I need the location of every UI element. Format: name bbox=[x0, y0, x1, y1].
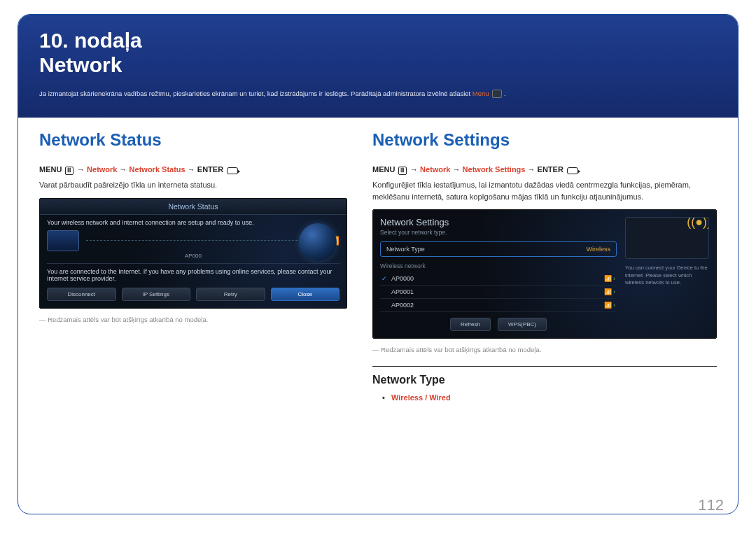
retry-button[interactable]: Retry bbox=[196, 288, 265, 301]
chapter-banner: 10. nodaļa Network Ja izmantojat skārien… bbox=[18, 15, 738, 118]
menu-icon bbox=[492, 90, 502, 98]
ns-title: Network Settings bbox=[380, 217, 617, 227]
chapter-number: 10. nodaļa bbox=[39, 29, 142, 52]
ns-button-row: Refresh WPS(PBC) bbox=[380, 318, 617, 331]
screenshot-line1: Your wireless network and Internet conne… bbox=[47, 219, 340, 226]
option-wireless: Wireless bbox=[391, 393, 423, 402]
list-item[interactable]: ✓AP0000 📶 › bbox=[380, 272, 617, 286]
heading-network-status: Network Status bbox=[39, 130, 347, 150]
path-network: Network bbox=[87, 165, 117, 174]
list-item[interactable]: ✓AP0001 📶 › bbox=[380, 286, 617, 299]
bullet-dot: • bbox=[382, 393, 385, 402]
wifi-icon: 📶 › bbox=[604, 275, 616, 282]
path-menu: MENU bbox=[372, 165, 395, 174]
path-network-status: Network Status bbox=[130, 165, 186, 174]
list-item[interactable]: ✓AP0002 📶 › bbox=[380, 299, 617, 312]
path-arrow: → bbox=[77, 165, 87, 174]
refresh-button[interactable]: Refresh bbox=[450, 318, 491, 331]
content-area: Network Status MENU Ⅲ → Network → Networ… bbox=[18, 118, 738, 402]
path-arrow: → bbox=[120, 165, 130, 174]
chapter-title: Network bbox=[39, 53, 122, 76]
page-number: 112 bbox=[698, 496, 724, 514]
ap-label: AP000 bbox=[47, 253, 340, 259]
banner-note: Ja izmantojat skārienekrāna vadības režī… bbox=[39, 90, 717, 98]
network-type-options: • Wireless / Wired bbox=[372, 393, 717, 402]
option-sep: / bbox=[423, 393, 429, 402]
ap-name: AP0002 bbox=[391, 302, 414, 309]
network-type-value: Wireless bbox=[586, 246, 610, 253]
screenshot-title: Network Status bbox=[40, 199, 346, 215]
heading-network-settings: Network Settings bbox=[372, 130, 717, 150]
disconnect-button[interactable]: Disconnect bbox=[47, 288, 116, 301]
enter-icon bbox=[227, 167, 238, 174]
banner-note-text: Ja izmantojat skārienekrāna vadības režī… bbox=[39, 90, 472, 97]
page-frame: 10. nodaļa Network Ja izmantojat skārien… bbox=[18, 14, 738, 514]
globe-icon bbox=[299, 223, 337, 261]
ap-name: AP0000 bbox=[391, 275, 414, 282]
ns-subtitle: Select your network type. bbox=[380, 229, 617, 236]
path-arrow: → bbox=[528, 165, 538, 174]
wifi-icon: 📶 › bbox=[604, 288, 616, 295]
ip-settings-button[interactable]: IP Settings bbox=[122, 288, 191, 301]
menu-path-settings: MENU Ⅲ → Network → Network Settings → EN… bbox=[372, 165, 717, 175]
path-arrow: → bbox=[453, 165, 463, 174]
device-preview: ((●)) bbox=[625, 217, 709, 259]
screenshot-body: Your wireless network and Internet conne… bbox=[40, 215, 346, 308]
path-network-settings: Network Settings bbox=[463, 165, 526, 174]
path-network: Network bbox=[420, 165, 450, 174]
ap-name: AP0001 bbox=[391, 288, 414, 295]
status-footnote: Redzamais attēls var būt atšķirīgs atkar… bbox=[39, 316, 347, 323]
menu-grid-icon: Ⅲ bbox=[398, 167, 407, 175]
screenshot-button-row: Disconnect IP Settings Retry Close bbox=[47, 288, 340, 301]
signal-icon: ((●)) bbox=[687, 217, 709, 230]
menu-grid-icon: Ⅲ bbox=[65, 167, 74, 175]
ns-left: Network Settings Select your network typ… bbox=[380, 217, 617, 331]
link-line bbox=[86, 240, 322, 241]
screenshot-network-settings: Network Settings Select your network typ… bbox=[372, 209, 717, 339]
settings-footnote: Redzamais attēls var būt atšķirīgs atkar… bbox=[372, 346, 717, 353]
heading-network-type: Network Type bbox=[372, 374, 717, 386]
ns-right: ((●)) You can connect your Device to the… bbox=[625, 217, 709, 331]
chapter-heading: 10. nodaļa Network bbox=[39, 29, 717, 77]
wps-button[interactable]: WPS(PBC) bbox=[498, 318, 547, 331]
screenshot-network-status: Network Status Your wireless network and… bbox=[39, 198, 347, 309]
menu-path-status: MENU Ⅲ → Network → Network Status → ENTE… bbox=[39, 165, 347, 175]
network-type-label: Network Type bbox=[386, 246, 425, 253]
option-wired: Wired bbox=[429, 393, 450, 402]
status-description: Varat pārbaudīt pašreizējo tīkla un inte… bbox=[39, 179, 347, 191]
tv-icon bbox=[47, 230, 79, 251]
banner-note-suffix: . bbox=[504, 90, 506, 97]
ns-info-text: You can connect your Device to the inter… bbox=[625, 265, 709, 287]
path-enter: ENTER bbox=[538, 165, 564, 174]
settings-description: Konfigurējiet tīkla iestatījumus, lai iz… bbox=[372, 179, 717, 202]
enter-icon bbox=[567, 167, 578, 174]
connection-diagram: 📶 bbox=[47, 230, 340, 251]
column-network-settings: Network Settings MENU Ⅲ → Network → Netw… bbox=[372, 130, 717, 402]
banner-menu-word: Menu bbox=[472, 90, 489, 97]
close-button[interactable]: Close bbox=[271, 288, 340, 301]
wifi-icon: 📶 › bbox=[604, 302, 616, 309]
path-arrow: → bbox=[410, 165, 420, 174]
wireless-list-label: Wireless network bbox=[380, 262, 617, 269]
path-menu: MENU bbox=[39, 165, 62, 174]
network-type-selector[interactable]: Network Type Wireless bbox=[380, 241, 617, 257]
wireless-list: Wireless network ✓AP0000 📶 › ✓AP0001 📶 ›… bbox=[380, 262, 617, 312]
screenshot-divider bbox=[47, 263, 340, 264]
path-arrow: → bbox=[188, 165, 197, 174]
screenshot-line2: You are connected to the Internet. If yo… bbox=[47, 268, 340, 282]
column-network-status: Network Status MENU Ⅲ → Network → Networ… bbox=[39, 130, 347, 402]
ns-wrap: Network Settings Select your network typ… bbox=[373, 210, 716, 338]
check-icon: ✓ bbox=[382, 275, 387, 282]
section-divider bbox=[372, 366, 717, 367]
path-enter: ENTER bbox=[197, 165, 223, 174]
